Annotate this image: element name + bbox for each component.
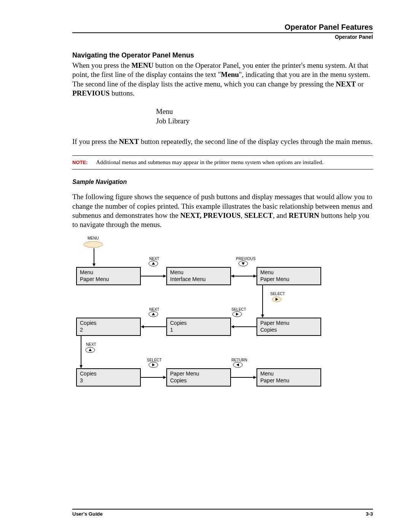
svg-point-0 [84, 241, 103, 248]
svg-marker-30 [163, 376, 166, 379]
box-copies-2: Copies2 [76, 318, 141, 336]
intro-paragraph: When you press the MENU button on the Op… [72, 61, 373, 98]
select-button-icon [148, 362, 158, 368]
note-block: NOTE: Additional menus and submenus may … [72, 155, 373, 169]
paragraph-2: If you press the NEXT button repeatedly,… [72, 137, 373, 146]
display-line2: Job Library [156, 117, 373, 126]
arrow-right-icon [141, 273, 166, 279]
footer-left: User's Guide [72, 511, 103, 517]
box-menu-paper-2: MenuPaper Menu [256, 267, 321, 285]
svg-marker-4 [163, 275, 166, 278]
box-menu-paper: MenuPaper Menu [76, 267, 141, 285]
paragraph-3: The following figure shows the sequence … [72, 192, 373, 229]
next-button-icon [148, 311, 158, 317]
select-button-icon [232, 311, 242, 317]
box-papermenu-copies-2: Paper MenuCopies [166, 368, 231, 387]
svg-marker-18 [141, 325, 144, 328]
svg-marker-16 [261, 315, 264, 318]
sub-heading: Sample Navigation [72, 179, 373, 185]
svg-marker-28 [80, 365, 83, 368]
return-button-icon [233, 362, 243, 368]
previous-button-icon [238, 260, 248, 267]
box-menu-interface: MenuInterface Menu [166, 267, 231, 285]
box-copies-1: Copies1 [166, 318, 231, 336]
arrow-right-icon [231, 375, 256, 380]
header-title: Operator Panel Features [72, 23, 373, 32]
lcd-display-example: Menu Job Library [156, 107, 373, 126]
next-button-icon [148, 260, 158, 267]
note-text: Additional menus and submenus may appear… [96, 159, 323, 165]
box-papermenu-copies: Paper MenuCopies [256, 318, 321, 336]
next-label: NEXT [86, 342, 96, 347]
arrow-left-icon [231, 273, 256, 279]
svg-marker-10 [231, 275, 234, 278]
arrow-left-icon [231, 324, 256, 329]
arrow-down-icon [261, 285, 264, 318]
footer-right: 3-3 [366, 511, 373, 517]
note-label: NOTE: [72, 160, 88, 165]
arrow-left-icon [141, 324, 166, 329]
svg-marker-22 [231, 325, 234, 328]
arrow-down-icon [92, 248, 96, 267]
box-copies-3: Copies3 [76, 368, 141, 387]
box-menu-paper-3: MenuPaper Menu [256, 368, 321, 387]
header-subtitle: Operator Panel [72, 34, 373, 40]
menu-label: MENU [88, 236, 99, 240]
arrow-down-icon [79, 336, 83, 368]
section-heading: Navigating the Operator Panel Menus [72, 51, 373, 59]
arrow-right-icon [141, 375, 166, 380]
display-line1: Menu [156, 107, 373, 116]
svg-marker-34 [253, 376, 256, 379]
menu-button-icon [83, 241, 104, 248]
page-footer: User's Guide 3-3 [72, 509, 373, 517]
navigation-diagram: MENU MenuPaper Menu MenuInterface Menu M… [72, 238, 331, 402]
select-label: SELECT [270, 292, 285, 296]
next-button-icon [85, 347, 95, 353]
svg-marker-2 [92, 264, 96, 267]
select-button-icon [272, 296, 282, 302]
